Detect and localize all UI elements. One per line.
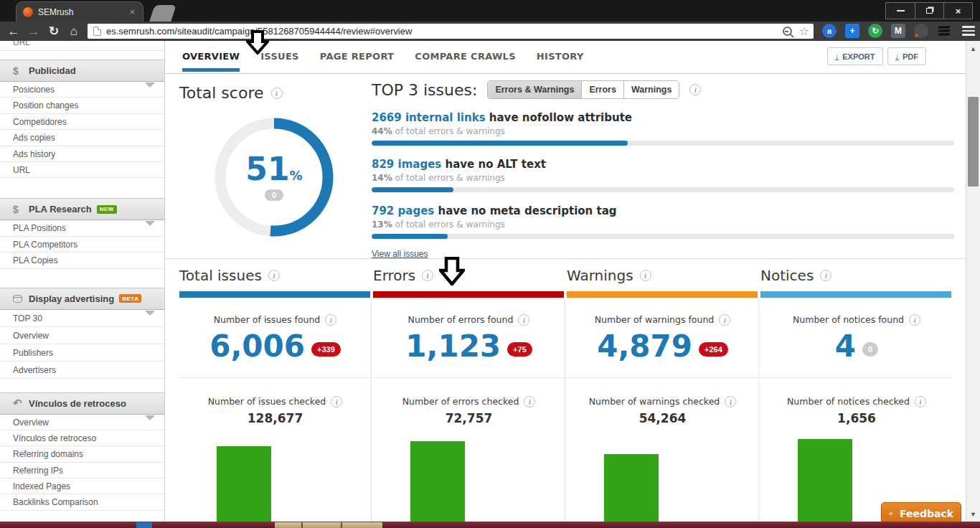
extension-a-icon[interactable]: a bbox=[822, 24, 837, 38]
extension-ghost-icon[interactable] bbox=[914, 24, 928, 38]
collapse-caret-icon[interactable] bbox=[145, 82, 155, 88]
view-all-issues-link[interactable]: View all issues bbox=[372, 249, 428, 259]
sidebar-item-backlinks-comparison[interactable]: Backlinks Comparison bbox=[0, 494, 164, 510]
sidebar-item-backlinks-overview[interactable]: Overview bbox=[0, 415, 164, 430]
info-icon[interactable]: i bbox=[524, 396, 535, 407]
info-icon[interactable]: i bbox=[725, 396, 736, 407]
info-icon[interactable]: i bbox=[325, 314, 336, 326]
zoom-icon[interactable] bbox=[783, 27, 792, 36]
page-scrollbar[interactable]: ▲ ▼ bbox=[966, 41, 980, 522]
sidebar-item-vinculos-de-retroceso[interactable]: Vínculos de retroceso bbox=[0, 430, 164, 446]
sidebar-header-display-advertising[interactable]: Display advertising BETA bbox=[0, 288, 164, 310]
checked-percent-bar bbox=[604, 454, 659, 522]
tab-overview[interactable]: OVERVIEW bbox=[182, 51, 240, 62]
total-score-donut: 51% 0 bbox=[214, 117, 334, 237]
sidebar-item-top-30[interactable]: TOP 30 bbox=[0, 310, 164, 327]
close-window-button[interactable]: × bbox=[943, 3, 972, 19]
sidebar-header-pla-research[interactable]: $ PLA Research NEW bbox=[0, 198, 164, 220]
info-icon[interactable]: i bbox=[640, 270, 651, 281]
sidebar-item-ads-copies[interactable]: Ads copies bbox=[0, 130, 164, 146]
export-button[interactable]: ↓ EXPORT bbox=[827, 47, 883, 65]
sidebar-item-referring-ips[interactable]: Referring IPs bbox=[0, 463, 164, 478]
collapse-caret-icon[interactable] bbox=[145, 311, 155, 316]
info-icon[interactable]: i bbox=[909, 314, 920, 326]
sidebar-header-publicidad[interactable]: $ Publicidad bbox=[0, 60, 164, 82]
taskbar-app-group[interactable] bbox=[275, 522, 382, 528]
delta-badge: +339 bbox=[311, 342, 341, 357]
sidebar-item-position-changes[interactable]: Position changes bbox=[0, 98, 164, 113]
new-badge: NEW bbox=[97, 205, 117, 214]
restore-button[interactable] bbox=[915, 3, 943, 19]
sidebar-item-posiciones[interactable]: Posiciones bbox=[0, 82, 164, 98]
sidebar-item-pla-competitors[interactable]: PLA Competitors bbox=[0, 237, 164, 253]
pdf-button[interactable]: ↓ PDF bbox=[887, 47, 927, 65]
minimize-button[interactable] bbox=[886, 3, 915, 19]
windows-taskbar[interactable] bbox=[0, 522, 980, 528]
info-icon[interactable]: i bbox=[268, 270, 280, 281]
sidebar-item-pla-positions[interactable]: PLA Positions bbox=[0, 220, 164, 236]
extension-sync-icon[interactable]: ↻ bbox=[868, 24, 882, 38]
total-score-value: 51% bbox=[245, 154, 302, 185]
browser-menu-button[interactable] bbox=[961, 24, 976, 38]
sidebar-item-overview[interactable]: Overview bbox=[0, 327, 164, 344]
sidebar-item-competidores[interactable]: Competidores bbox=[0, 114, 164, 130]
filter-errors-warnings[interactable]: Errors & Warnings bbox=[488, 81, 581, 98]
sidebar-item-url[interactable]: URL bbox=[0, 162, 164, 178]
feedback-label: Feedback bbox=[900, 508, 953, 519]
bookmark-star-icon[interactable]: ☆ bbox=[799, 26, 809, 37]
info-icon[interactable]: i bbox=[331, 396, 342, 407]
info-icon[interactable]: i bbox=[271, 88, 283, 99]
info-icon[interactable]: i bbox=[719, 314, 730, 326]
browser-tab[interactable]: SEMrush × bbox=[16, 1, 143, 22]
forward-button[interactable]: → bbox=[24, 22, 43, 40]
issue-link[interactable]: 829 images bbox=[372, 158, 441, 171]
checked-label: Number of notices checkedi bbox=[787, 396, 926, 407]
tab-compare-crawls[interactable]: COMPARE CRAWLS bbox=[415, 51, 516, 62]
info-icon[interactable]: i bbox=[689, 84, 701, 95]
tab-history[interactable]: HISTORY bbox=[537, 51, 584, 62]
extension-plus-icon[interactable]: + bbox=[845, 24, 859, 38]
refresh-button[interactable]: ↻ bbox=[44, 22, 63, 40]
sidebar-item-ads-history[interactable]: Ads history bbox=[0, 146, 164, 162]
extension-layers-icon[interactable] bbox=[937, 24, 951, 38]
sidebar-item-pla-copies[interactable]: PLA Copies bbox=[0, 253, 164, 268]
beta-badge: BETA bbox=[119, 294, 141, 303]
collapse-caret-icon[interactable] bbox=[145, 415, 155, 420]
sidebar-item-referring-domains[interactable]: Referring domains bbox=[0, 446, 164, 462]
info-icon[interactable]: i bbox=[820, 270, 831, 281]
home-button[interactable]: ⌂ bbox=[65, 22, 83, 40]
sidebar-item-url-partial[interactable]: URL bbox=[0, 41, 164, 51]
filter-errors[interactable]: Errors bbox=[581, 81, 623, 98]
taskbar-app-icon[interactable] bbox=[136, 522, 152, 528]
main-content: OVERVIEW ISSUES PAGE REPORT COMPARE CRAW… bbox=[165, 41, 966, 528]
tab-close-icon[interactable]: × bbox=[128, 6, 136, 17]
found-box: Number of warnings foundi 4,879+264 bbox=[567, 298, 759, 378]
back-button[interactable]: ← bbox=[4, 22, 23, 40]
filter-warnings[interactable]: Warnings bbox=[623, 81, 679, 98]
sidebar: URL $ Publicidad Posiciones Position cha… bbox=[0, 41, 165, 528]
url-text[interactable]: es.semrush.com/siteaudit/campaign/558126… bbox=[106, 26, 783, 37]
taskbar-divider bbox=[301, 522, 303, 528]
collapse-caret-icon[interactable] bbox=[145, 221, 155, 226]
issue-progress-fill bbox=[372, 234, 448, 239]
column-accent-bar bbox=[373, 291, 564, 298]
tab-page-report[interactable]: PAGE REPORT bbox=[320, 51, 395, 62]
report-tab-bar: OVERVIEW ISSUES PAGE REPORT COMPARE CRAW… bbox=[165, 41, 966, 74]
issue-link[interactable]: 792 pages bbox=[372, 204, 434, 217]
delta-badge: +264 bbox=[699, 342, 728, 357]
info-icon[interactable]: i bbox=[518, 314, 529, 326]
url-bar[interactable]: es.semrush.com/siteaudit/campaign/558126… bbox=[88, 24, 814, 39]
sidebar-item-publishers[interactable]: Publishers bbox=[0, 344, 164, 362]
info-icon[interactable]: i bbox=[915, 396, 926, 407]
info-icon[interactable]: i bbox=[422, 270, 433, 281]
new-tab-button[interactable] bbox=[149, 5, 176, 22]
extension-m-icon[interactable]: M bbox=[891, 24, 905, 38]
sidebar-item-indexed-pages[interactable]: Indexed Pages bbox=[0, 478, 164, 494]
scrollbar-thumb[interactable] bbox=[968, 97, 979, 187]
column-accent-bar bbox=[567, 291, 758, 298]
sidebar-item-advertisers[interactable]: Advertisers bbox=[0, 362, 164, 379]
scroll-up-icon[interactable]: ▲ bbox=[966, 42, 980, 55]
scroll-down-icon[interactable]: ▼ bbox=[966, 508, 980, 520]
issue-link[interactable]: 2669 internal links bbox=[372, 111, 486, 124]
sidebar-header-vinculos[interactable]: ↶ Vínculos de retroceso bbox=[0, 392, 164, 415]
